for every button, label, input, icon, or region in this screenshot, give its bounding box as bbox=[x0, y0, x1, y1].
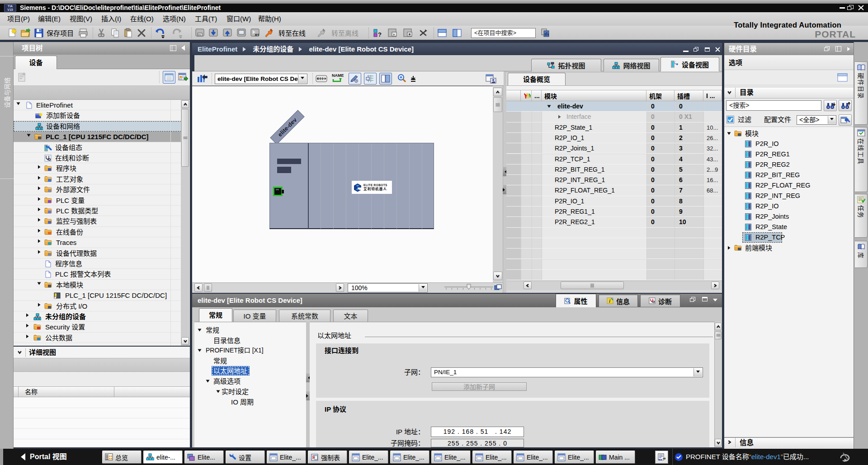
svg-text:?: ? bbox=[378, 31, 382, 38]
svg-text:01: 01 bbox=[198, 33, 201, 36]
svg-text:RT: RT bbox=[255, 33, 259, 37]
svg-text:NAME: NAME bbox=[332, 73, 344, 78]
